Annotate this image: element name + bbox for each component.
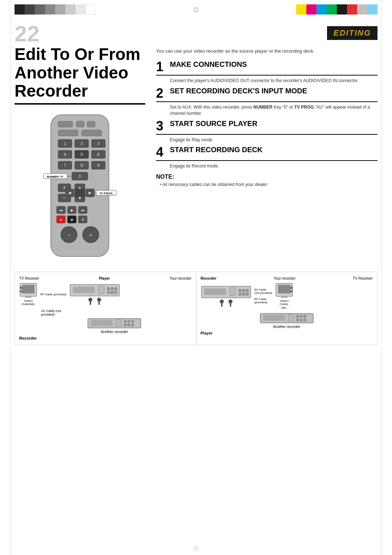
svg-point-73 [111, 291, 114, 294]
svg-text:7: 7 [64, 163, 66, 167]
diagram-left-av-cable: AV Cable (notprovided) [41, 309, 61, 316]
diagram-right-tv-label: TV Receiver [353, 276, 373, 280]
step-3-header: 3 Start Source Player [156, 119, 377, 135]
color-block-r6 [347, 4, 357, 15]
svg-rect-5 [82, 130, 102, 136]
step-1: 1 Make Connections Connect the player's … [156, 60, 377, 84]
svg-point-75 [89, 298, 92, 301]
color-block-r4 [327, 4, 337, 15]
svg-point-85 [124, 324, 127, 326]
svg-rect-62 [22, 285, 34, 293]
left-margin [10, 0, 11, 555]
svg-rect-105 [281, 296, 287, 298]
diagram-section: TV Receiver Player Your recorder VIDEOCH… [15, 272, 377, 345]
svg-point-97 [220, 300, 224, 303]
step-2: 2 Set Recording Deck's Input Mode Set to… [156, 87, 377, 117]
step-1-body: Connect the player's AUDIO/VIDEO OUT con… [156, 78, 377, 84]
step-1-header: 1 Make Connections [156, 60, 377, 76]
svg-text:1: 1 [64, 141, 66, 146]
color-block-r8 [367, 4, 377, 15]
diagram-left: TV Receiver Player Your recorder VIDEOCH… [15, 272, 196, 345]
step-3: 3 Start Source Player Engage its Play mo… [156, 119, 377, 143]
svg-rect-80 [91, 320, 113, 326]
svg-point-94 [238, 293, 241, 296]
top-registration-mark [194, 8, 198, 12]
color-blocks-right [296, 4, 377, 15]
svg-point-83 [128, 320, 130, 323]
color-block-8 [86, 4, 96, 15]
svg-text:6: 6 [97, 152, 99, 157]
svg-text:5: 5 [81, 152, 83, 157]
right-column: You can use your video recorder as the s… [156, 45, 377, 265]
diagram-right-tv: VIDEOCHAN-NEL [275, 283, 293, 310]
svg-rect-90 [230, 288, 236, 296]
diagram-left-rf-label: RF Cable (provided) [40, 293, 66, 296]
diagram-left-devices: VIDEOCHANNEL RF Cable (provided) [19, 283, 192, 306]
svg-rect-81 [116, 320, 121, 326]
diagram-left-labels: TV Receiver Player Your recorder [19, 276, 192, 280]
svg-point-103 [290, 287, 293, 289]
step-3-body: Engage its Play mode. [156, 137, 377, 143]
diagram-left-your-recorder-label: Your recorder [170, 276, 191, 280]
note-section: NOTE: All necessary cables can be obtain… [156, 174, 377, 188]
svg-text:NUMBER "0": NUMBER "0" [47, 175, 64, 178]
step-3-title: Start Source Player [170, 119, 257, 127]
svg-point-104 [290, 290, 293, 292]
svg-text:⏭: ⏭ [81, 208, 85, 212]
svg-point-82 [124, 320, 127, 323]
diagram-left-cable-labels: AV Cable (notprovided) [19, 309, 192, 316]
svg-point-74 [114, 291, 117, 294]
note-body: All necessary cables can be obtained fro… [156, 182, 377, 188]
diagram-right-labels: Recorder Your recorder TV Receiver [201, 276, 373, 280]
svg-rect-89 [204, 288, 226, 295]
svg-text:►: ► [88, 190, 92, 195]
color-block-r5 [337, 4, 347, 15]
color-block-4 [45, 4, 55, 15]
step-2-header: 2 Set Recording Deck's Input Mode [156, 87, 377, 102]
svg-text:⏸: ⏸ [81, 218, 85, 222]
diagram-left-recorder-label: Recorder [19, 336, 192, 340]
svg-point-84 [131, 320, 134, 323]
svg-point-86 [128, 324, 130, 326]
svg-point-111 [303, 315, 306, 317]
color-block-3 [35, 4, 45, 15]
diagram-left-player-label: Player [99, 276, 110, 280]
svg-text:▶: ▶ [71, 208, 73, 212]
svg-point-63 [20, 287, 22, 289]
svg-text:9: 9 [97, 163, 99, 167]
note-title: NOTE: [156, 174, 377, 180]
bottom-registration-mark [194, 546, 198, 551]
svg-point-93 [246, 289, 249, 292]
svg-point-72 [107, 291, 110, 294]
page-header: 22 EDITING [0, 19, 392, 45]
svg-point-110 [300, 315, 302, 317]
diagram-left-connectors [88, 297, 102, 305]
svg-rect-68 [98, 286, 104, 294]
diagram-right-video-channel: VIDEOCHAN-NEL [279, 299, 289, 310]
step-4: 4 Start Recording Deck Engage its Record… [156, 146, 377, 169]
diagram-left-tv: VIDEOCHANNEL [19, 283, 37, 306]
svg-rect-102 [278, 285, 290, 293]
diagram-right-another-recorder-label: Another recorder [273, 325, 300, 329]
diagram-right-player-label: Player [201, 331, 373, 335]
svg-point-64 [20, 290, 22, 292]
color-block-1 [15, 4, 25, 15]
diagram-right-connectors [219, 299, 233, 307]
color-block-2 [25, 4, 35, 15]
svg-point-113 [300, 319, 302, 321]
svg-point-109 [296, 315, 299, 317]
color-block-6 [65, 4, 75, 15]
intro-text: You can use your video recorder as the s… [156, 48, 377, 54]
diagram-right-cable-labels: AV Cable(not provided) RF Cable(provided… [254, 288, 272, 304]
page-title: Edit To Or From Another Video Recorder [15, 45, 145, 105]
color-block-r7 [357, 4, 367, 15]
svg-rect-108 [289, 315, 294, 321]
page-number: 22 [15, 23, 40, 45]
svg-rect-100 [230, 303, 231, 307]
step-1-number: 1 [156, 60, 166, 73]
diagram-left-video-channel: VIDEOCHANNEL [21, 299, 35, 306]
left-column: Edit To Or From Another Video Recorder 1 [15, 45, 145, 265]
svg-rect-67 [73, 287, 95, 293]
diagram-left-rf: RF Cable (provided) [40, 293, 66, 296]
diagram-right-your-recorder: Your recorder [274, 276, 295, 280]
